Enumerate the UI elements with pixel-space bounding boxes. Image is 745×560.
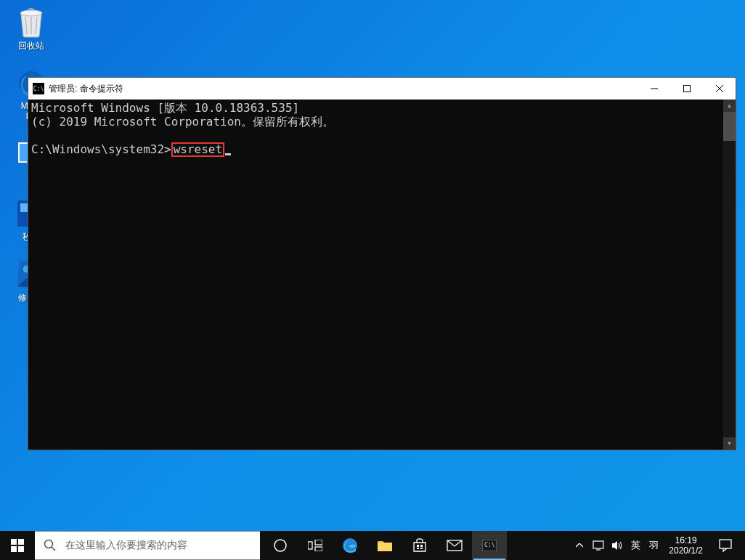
mail-button[interactable] <box>437 531 472 560</box>
svg-rect-20 <box>593 541 603 548</box>
svg-rect-3 <box>683 86 690 92</box>
close-icon <box>716 85 723 92</box>
clock[interactable]: 16:19 2020/1/2 <box>663 535 709 556</box>
version-line: Microsoft Windows [版本 10.0.18363.535] <box>31 101 299 115</box>
clock-time: 16:19 <box>675 535 697 545</box>
cmd-icon: C:\ <box>33 83 44 94</box>
recycle-bin-icon[interactable]: 回收站 <box>6 7 57 52</box>
scrollbar[interactable]: ▲ ▼ <box>723 100 736 450</box>
ime-language[interactable]: 英 <box>627 539 645 552</box>
cortana-button[interactable] <box>263 531 298 560</box>
svg-point-8 <box>274 540 286 551</box>
terminal-area: Microsoft Windows [版本 10.0.18363.535] (c… <box>28 100 736 450</box>
task-view-button[interactable] <box>298 531 333 560</box>
window-title: 管理员: 命令提示符 <box>49 83 638 95</box>
svg-line-7 <box>52 547 55 551</box>
terminal-icon: C:\ <box>482 540 497 551</box>
terminal-output[interactable]: Microsoft Windows [版本 10.0.18363.535] (c… <box>28 100 723 450</box>
minimize-button[interactable] <box>638 78 670 100</box>
close-button[interactable] <box>703 78 736 100</box>
edge-taskbar-button[interactable] <box>333 531 367 560</box>
chevron-up-icon <box>576 543 583 548</box>
icon-label: 回收站 <box>18 40 44 52</box>
clock-date: 2020/1/2 <box>669 545 703 556</box>
folder-icon <box>377 539 393 552</box>
svg-rect-9 <box>308 542 312 549</box>
svg-rect-11 <box>315 547 322 551</box>
svg-rect-13 <box>417 545 419 547</box>
maximize-icon <box>683 85 691 92</box>
task-items: C:\ <box>263 531 507 560</box>
edge-icon <box>341 537 359 554</box>
scroll-thumb[interactable] <box>723 112 736 141</box>
task-view-icon <box>308 540 322 551</box>
maximize-button[interactable] <box>670 78 703 100</box>
command-prompt-window: C:\ 管理员: 命令提示符 Microsoft Windows [版本 10.… <box>28 77 736 450</box>
window-controls <box>638 78 736 100</box>
search-placeholder: 在这里输入你要搜索的内容 <box>65 539 187 552</box>
windows-icon <box>11 539 24 552</box>
taskbar: 在这里输入你要搜索的内容 <box>0 531 745 560</box>
svg-point-6 <box>45 540 53 548</box>
svg-point-0 <box>20 10 42 16</box>
svg-rect-22 <box>720 540 731 548</box>
scroll-track[interactable] <box>723 112 736 437</box>
notifications-button[interactable] <box>709 539 742 552</box>
store-button[interactable] <box>402 531 437 560</box>
svg-text:C:\: C:\ <box>484 542 495 548</box>
tray-expand-button[interactable] <box>570 531 589 560</box>
volume-icon[interactable] <box>608 531 627 560</box>
scroll-up-button[interactable]: ▲ <box>723 100 736 112</box>
file-explorer-button[interactable] <box>367 531 402 560</box>
search-box[interactable]: 在这里输入你要搜索的内容 <box>35 531 260 560</box>
svg-rect-10 <box>315 540 322 545</box>
mail-icon <box>447 540 463 551</box>
circle-icon <box>273 538 288 553</box>
svg-rect-15 <box>417 548 419 549</box>
ime-mode[interactable]: 羽 <box>645 539 663 552</box>
copyright-line: (c) 2019 Microsoft Corporation。保留所有权利。 <box>31 115 334 129</box>
prompt-text: C:\Windows\system32> <box>31 142 171 156</box>
system-tray: 英 羽 16:19 2020/1/2 <box>570 531 745 560</box>
cmd-taskbar-button[interactable]: C:\ <box>472 531 507 560</box>
typed-command: wsreset <box>171 142 224 157</box>
titlebar[interactable]: C:\ 管理员: 命令提示符 <box>28 78 736 100</box>
monitor-small-icon <box>593 540 604 551</box>
store-icon <box>412 538 427 553</box>
scroll-down-button[interactable]: ▼ <box>723 437 736 450</box>
cursor <box>225 153 231 155</box>
svg-rect-14 <box>420 545 423 547</box>
network-icon[interactable] <box>589 531 608 560</box>
speaker-icon <box>611 540 623 551</box>
notification-icon <box>719 539 732 552</box>
minimize-icon <box>651 85 658 92</box>
start-button[interactable] <box>0 531 35 560</box>
svg-rect-16 <box>420 548 423 549</box>
search-icon <box>44 539 57 552</box>
trash-icon <box>16 7 46 38</box>
